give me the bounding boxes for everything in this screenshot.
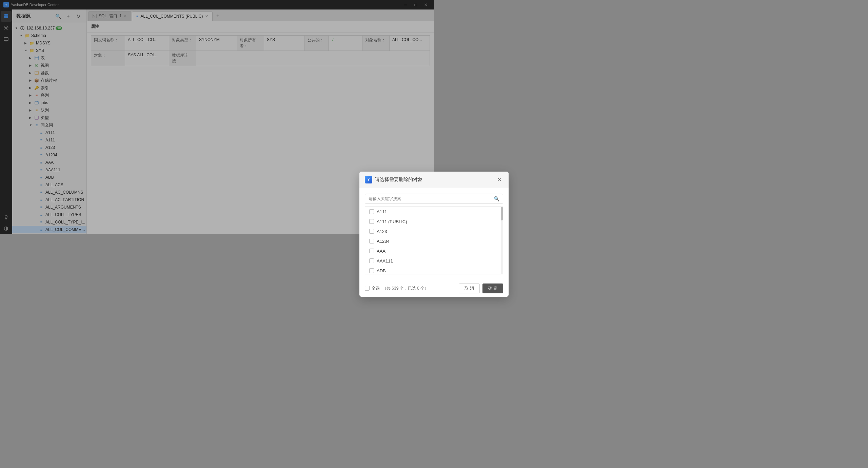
search-bar: 🔍 — [365, 194, 434, 204]
list-item-a123[interactable]: A123 — [365, 227, 434, 234]
list-item-label-a111: A111 — [377, 209, 387, 214]
list-item-a111[interactable]: A111 — [365, 207, 434, 217]
dialog-icon: Y — [365, 176, 372, 183]
item-list: A111 A111 (PUBLIC) A123 A1234 AAA — [365, 207, 434, 234]
dialog-title: 请选择需要删除的对象 — [375, 177, 434, 183]
search-input[interactable] — [369, 196, 434, 201]
list-item-a111-public[interactable]: A111 (PUBLIC) — [365, 217, 434, 227]
checkbox-a111-public[interactable] — [369, 219, 374, 224]
list-item-label-a123: A123 — [377, 229, 387, 234]
dialog: Y 请选择需要删除的对象 ✕ 🔍 A111 A111 (PUBLIC) — [359, 172, 434, 234]
checkbox-a111[interactable] — [369, 209, 374, 214]
dialog-overlay[interactable]: Y 请选择需要删除的对象 ✕ 🔍 A111 A111 (PUBLIC) — [0, 0, 434, 234]
dialog-header: Y 请选择需要删除的对象 ✕ — [359, 172, 434, 188]
list-item-label-a111-public: A111 (PUBLIC) — [377, 219, 407, 224]
dialog-body: 🔍 A111 A111 (PUBLIC) A123 A123 — [359, 188, 434, 234]
checkbox-a123[interactable] — [369, 229, 374, 234]
